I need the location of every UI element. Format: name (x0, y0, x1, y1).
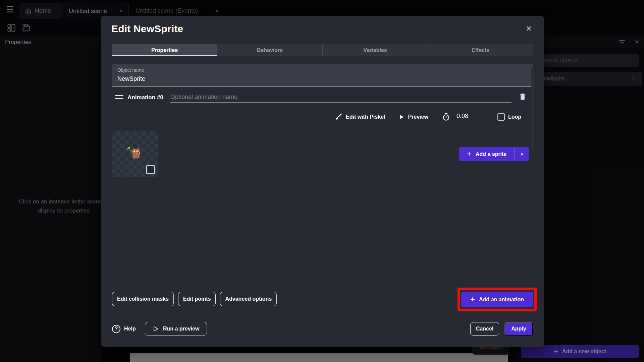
advanced-options-button[interactable]: Advanced options (220, 292, 277, 306)
plus-icon: + (467, 149, 472, 159)
help-icon: ? (112, 325, 120, 333)
brush-icon (334, 113, 342, 121)
loop-label: Loop (508, 114, 521, 120)
object-name-field-value: NewSprite (117, 75, 528, 82)
annotation-highlight-box: + Add an animation (458, 288, 537, 311)
tab-variables[interactable]: Variables (322, 44, 428, 56)
add-sprite-button[interactable]: + Add a sprite (459, 147, 515, 161)
cancel-button[interactable]: Cancel (470, 322, 499, 336)
edit-with-piskel-button[interactable]: Edit with Piskel (346, 114, 385, 120)
animation-tools-row: Edit with Piskel Preview Loop (101, 110, 533, 124)
tab-properties[interactable]: Properties (112, 44, 217, 56)
object-name-field-label: Object name (117, 67, 528, 73)
add-an-animation-button[interactable]: + Add an animation (461, 292, 533, 307)
preview-button[interactable]: Preview (408, 114, 428, 120)
tab-behaviors[interactable]: Behaviors (217, 44, 322, 56)
loop-checkbox[interactable] (497, 113, 505, 121)
stopwatch-icon (442, 113, 450, 121)
help-button[interactable]: ? Help (112, 325, 136, 333)
add-sprite-split-button: + Add a sprite ▾ (459, 147, 529, 161)
chevron-down-icon: ▾ (521, 152, 523, 157)
dialog-tabs: Properties Behaviors Variables Effects (112, 44, 533, 56)
dialog-footer: ? Help Run a preview Cancel Apply (112, 321, 533, 336)
plus-icon: + (470, 295, 475, 304)
edit-collision-masks-button[interactable]: Edit collision masks (112, 292, 174, 306)
drag-handle-icon[interactable] (115, 95, 123, 100)
help-label: Help (124, 326, 136, 332)
pig-sprite-image (124, 142, 146, 164)
tab-effects[interactable]: Effects (428, 44, 533, 56)
edit-object-dialog: Edit NewSprite ✕ Properties Behaviors Va… (101, 16, 544, 347)
dialog-title: Edit NewSprite (111, 23, 183, 35)
apply-button[interactable]: Apply (504, 322, 533, 336)
play-icon (398, 114, 405, 120)
animation-label: Animation #0 (127, 94, 163, 101)
add-sprite-dropdown-button[interactable]: ▾ (515, 147, 529, 161)
dialog-scrollbar[interactable] (531, 67, 534, 150)
delete-animation-icon[interactable] (518, 93, 527, 101)
animation-name-input[interactable] (170, 92, 512, 103)
object-name-field[interactable]: Object name NewSprite (112, 64, 533, 86)
time-between-frames-input[interactable] (455, 112, 490, 122)
sprite-frame-thumbnail[interactable] (112, 131, 158, 177)
frame-select-checkbox[interactable] (146, 165, 155, 174)
dialog-close-icon[interactable]: ✕ (526, 24, 532, 33)
animation-actions-row: Edit collision masks Edit points Advance… (112, 292, 277, 306)
run-a-preview-button[interactable]: Run a preview (145, 322, 207, 336)
run-preview-label: Run a preview (163, 326, 199, 332)
edit-points-button[interactable]: Edit points (178, 292, 216, 306)
animation-row: Animation #0 (112, 92, 533, 104)
add-sprite-label: Add a sprite (476, 151, 506, 157)
play-outline-icon (152, 325, 159, 332)
add-animation-label: Add an animation (479, 297, 524, 303)
